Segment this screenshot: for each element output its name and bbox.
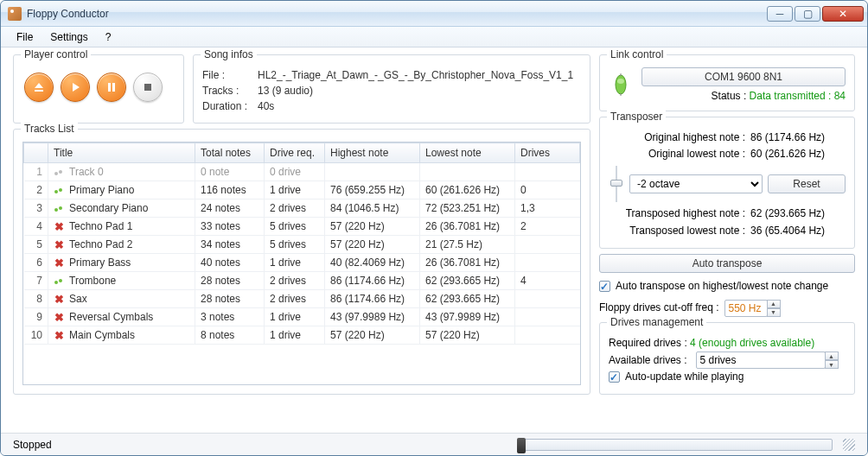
x-icon: ✖ xyxy=(54,330,64,340)
note-icon xyxy=(54,276,64,286)
close-button[interactable]: ✕ xyxy=(822,6,864,22)
x-icon: ✖ xyxy=(54,239,64,250)
link-legend: Link control xyxy=(607,48,667,60)
com-port-button[interactable]: COM1 9600 8N1 xyxy=(641,67,846,86)
player-control-group: Player control xyxy=(13,54,184,124)
tracks-value: 13 (9 audio) xyxy=(258,83,313,98)
x-icon: ✖ xyxy=(54,294,64,304)
table-row[interactable]: 6✖Primary Bass40 notes1 drive40 (82.4069… xyxy=(24,254,580,272)
auto-transpose-button[interactable]: Auto transpose xyxy=(599,254,855,273)
link-icon xyxy=(609,73,633,97)
tracks-table[interactable]: Title Total notes Drive req. Highest not… xyxy=(23,142,580,345)
maximize-button[interactable]: ▢ xyxy=(795,6,820,22)
tracks-list-group: Tracks List Title Total notes Drive req.… xyxy=(13,129,590,395)
auto-transpose-label: Auto transpose on highest/lowest note ch… xyxy=(616,278,828,294)
note-icon xyxy=(54,167,64,177)
menu-help[interactable]: ? xyxy=(97,27,120,47)
note-icon xyxy=(54,185,64,195)
orig-low-label: Original lowest note : xyxy=(648,146,745,162)
cutoff-input[interactable] xyxy=(724,300,768,317)
svg-rect-0 xyxy=(144,84,151,91)
status-label: Status : xyxy=(712,90,747,102)
autoupdate-checkbox[interactable] xyxy=(609,371,620,383)
menu-settings[interactable]: Settings xyxy=(41,27,96,47)
cutoff-label: Floppy drives cut-off freq : xyxy=(599,300,719,316)
available-input[interactable] xyxy=(696,352,826,369)
table-row[interactable]: 9✖Reversal Cymbals3 notes1 drive43 (97.9… xyxy=(24,308,580,326)
col-highest[interactable]: Highest note xyxy=(325,143,420,163)
note-icon xyxy=(54,203,64,213)
file-value: HL2_-_Triage_At_Dawn_-_GS_-_By_Christoph… xyxy=(258,67,573,83)
x-icon: ✖ xyxy=(54,221,64,231)
col-drives[interactable]: Drives xyxy=(515,143,580,163)
pause-button[interactable] xyxy=(97,73,126,102)
song-infos-group: Song infos File :HL2_-_Triage_At_Dawn_-_… xyxy=(193,54,590,124)
table-row[interactable]: 4✖Techno Pad 133 notes5 drives57 (220 Hz… xyxy=(24,218,580,236)
play-button[interactable] xyxy=(61,73,90,102)
trans-high-label: Transposed highest note : xyxy=(626,206,745,222)
menu-file[interactable]: File xyxy=(8,27,41,47)
link-control-group: Link control COM1 9600 8N1 Status : Data… xyxy=(599,54,855,111)
trans-low-value: 36 (65.4064 Hz) xyxy=(750,223,846,239)
col-num[interactable] xyxy=(24,143,48,163)
auto-transpose-checkbox[interactable] xyxy=(599,281,610,292)
table-row[interactable]: 5✖Techno Pad 234 notes5 drives57 (220 Hz… xyxy=(24,236,580,254)
table-row[interactable]: 7Trombone28 notes2 drives86 (1174.66 Hz)… xyxy=(24,272,580,290)
cutoff-down[interactable]: ▼ xyxy=(767,308,781,317)
window-title: Floppy Conductor xyxy=(27,8,765,20)
eject-button[interactable] xyxy=(24,73,54,102)
tracks-legend: Tracks List xyxy=(21,123,78,135)
octave-select[interactable]: -2 octave xyxy=(629,174,763,193)
reset-button[interactable]: Reset xyxy=(768,174,846,193)
trans-low-label: Transposed lowest note : xyxy=(629,223,745,239)
resize-grip[interactable] xyxy=(843,439,855,451)
status-value: Data transmitted : 84 xyxy=(750,90,846,102)
x-icon: ✖ xyxy=(54,257,64,268)
col-lowest[interactable]: Lowest note xyxy=(420,143,515,163)
col-title[interactable]: Title xyxy=(48,143,195,163)
drives-management-group: Drives management Required drives : 4 (e… xyxy=(599,322,855,395)
x-icon: ✖ xyxy=(54,312,64,322)
file-label: File : xyxy=(202,67,251,83)
col-total[interactable]: Total notes xyxy=(195,143,265,163)
tracks-label: Tracks : xyxy=(202,83,251,98)
drives-legend: Drives management xyxy=(607,316,706,328)
available-down[interactable]: ▼ xyxy=(825,360,839,369)
minimize-button[interactable]: ─ xyxy=(767,6,793,22)
required-label: Required drives : xyxy=(609,337,687,349)
table-row[interactable]: 8✖Sax28 notes2 drives86 (1174.66 Hz)62 (… xyxy=(24,290,580,308)
table-row[interactable]: 3Secondary Piano24 notes2 drives84 (1046… xyxy=(24,200,580,218)
stop-button[interactable] xyxy=(133,73,163,102)
statusbar: Stopped xyxy=(1,433,867,455)
duration-value: 40s xyxy=(258,98,274,114)
transposer-legend: Transposer xyxy=(607,111,666,123)
duration-label: Duration : xyxy=(202,98,251,114)
required-value: 4 (enough drives available) xyxy=(690,337,814,349)
song-legend: Song infos xyxy=(201,48,257,60)
orig-high-value: 86 (1174.66 Hz) xyxy=(750,130,846,146)
table-row[interactable]: 2Primary Piano116 notes1 drive76 (659.25… xyxy=(24,181,580,200)
status-text: Stopped xyxy=(13,439,52,451)
svg-point-2 xyxy=(617,79,624,84)
player-legend: Player control xyxy=(21,48,91,60)
autoupdate-label: Auto-update while playing xyxy=(625,369,744,385)
svg-point-1 xyxy=(616,75,626,94)
menubar: File Settings ? xyxy=(1,27,867,48)
table-row[interactable]: 1Track 00 note0 drive xyxy=(24,163,580,181)
col-drivereq[interactable]: Drive req. xyxy=(265,143,325,163)
titlebar: Floppy Conductor ─ ▢ ✕ xyxy=(1,1,867,27)
table-row[interactable]: 10✖Main Cymbals8 notes1 drive57 (220 Hz)… xyxy=(24,326,580,345)
app-icon xyxy=(8,7,22,21)
orig-low-value: 60 (261.626 Hz) xyxy=(750,146,846,162)
progress-thumb[interactable] xyxy=(517,438,526,453)
available-label: Available drives : xyxy=(609,352,687,369)
trans-high-value: 62 (293.665 Hz) xyxy=(750,206,846,222)
orig-high-label: Original highest note : xyxy=(644,130,745,146)
transpose-slider[interactable] xyxy=(609,166,624,202)
transposer-group: Transposer Original highest note :86 (11… xyxy=(599,117,855,249)
progress-bar[interactable] xyxy=(521,439,833,451)
